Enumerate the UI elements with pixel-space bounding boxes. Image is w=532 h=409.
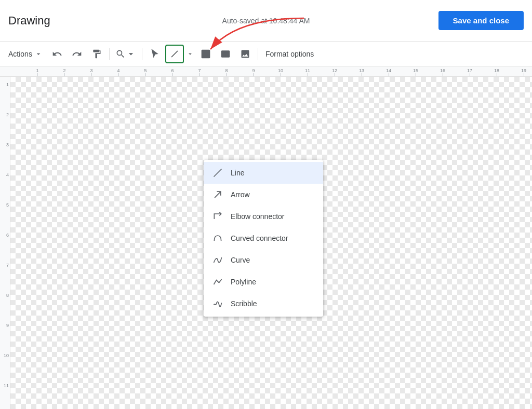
ruler-tick-h-9: 9 [252,68,255,76]
ruler-tick-v-11: 11 [4,383,9,388]
line-tool-dropdown-button[interactable] [185,45,195,63]
ruler-tick-v-4: 4 [6,172,9,178]
ruler-tick-h-2: 2 [63,68,65,76]
undo-icon [52,49,62,59]
ruler-tick-h-10: 10 [278,68,283,76]
horizontal-ruler: 12345678910111213141516171819 [0,66,532,77]
line-icon [170,49,179,59]
ruler-tick-h-4: 4 [117,68,119,76]
ruler-tick-h-16: 16 [440,68,445,76]
redo-button[interactable] [68,45,86,63]
menu-item-curved[interactable]: Curved connector [204,227,323,249]
ruler-tick-v-10: 10 [4,353,9,358]
zoom-icon [115,49,126,59]
app-title: Drawing [8,14,50,28]
ruler-tick-h-15: 15 [413,68,418,76]
ruler-tick-h-17: 17 [467,68,472,76]
zoom-chevron-icon [126,49,136,59]
save-close-button[interactable]: Save and close [438,11,524,30]
ruler-tick-h-14: 14 [386,68,391,76]
paint-format-icon [91,49,102,59]
menu-item-curve[interactable]: Curve [204,249,323,271]
chevron-down-icon [34,50,43,58]
line-icon [212,167,223,179]
menu-item-label-scribble: Scribble [231,299,257,308]
separator-1 [109,48,110,60]
separator-2 [142,48,142,60]
textbox-icon [220,49,231,59]
ruler-tick-h-19: 19 [521,68,526,76]
actions-label: Actions [8,50,32,58]
menu-item-label-curve: Curve [231,256,250,264]
ruler-tick-h-3: 3 [90,68,92,76]
ruler-tick-v-3: 3 [6,142,9,147]
ruler-tick-h-1: 1 [36,68,38,76]
drawing-canvas[interactable]: LineArrowElbow connectorCurved connector… [10,77,532,409]
menu-item-label-polyline: Polyline [231,278,256,286]
ruler-tick-v-6: 6 [6,233,9,238]
ruler-tick-v-7: 7 [6,263,9,268]
menu-item-label-line: Line [231,169,244,177]
textbox-tool-button[interactable] [216,45,235,63]
menu-item-scribble[interactable]: Scribble [204,293,323,315]
ruler-tick-h-18: 18 [494,68,499,76]
shape-icon [201,49,211,59]
canvas-area: 1234567891011 LineArrowElbow connectorCu… [0,77,532,409]
arrow-icon [212,189,223,200]
format-options-label: Format options [265,50,314,58]
toolbar: Actions Format [0,42,532,66]
ruler-tick-h-13: 13 [359,68,364,76]
ruler-tick-v-9: 9 [6,323,9,328]
cursor-icon [150,49,160,59]
menu-item-label-arrow: Arrow [231,190,250,199]
redo-icon [72,49,82,59]
menu-item-arrow[interactable]: Arrow [204,184,323,206]
menu-item-label-elbow: Elbow connector [231,212,285,221]
ruler-tick-h-7: 7 [198,68,201,76]
ruler-tick-container: 12345678910111213141516171819 [10,66,532,76]
menu-item-elbow[interactable]: Elbow connector [204,206,323,227]
scribble-icon [212,298,223,309]
curved-icon [212,233,223,244]
header: Drawing Auto-saved at 10:48:44 AM Save a… [0,0,532,42]
undo-button[interactable] [48,45,66,63]
menu-item-line[interactable]: Line [204,162,323,184]
ruler-tick-v-8: 8 [6,293,9,298]
line-tool-button[interactable] [165,45,184,63]
ruler-tick-h-12: 12 [332,68,337,76]
ruler-tick-v-5: 5 [6,202,9,208]
svg-line-4 [214,169,222,177]
svg-line-1 [171,51,178,57]
ruler-tick-h-6: 6 [171,68,174,76]
separator-3 [258,48,258,60]
curve-icon [212,254,223,266]
autosave-status: Auto-saved at 10:48:44 AM [222,17,310,25]
polyline-icon [212,276,223,288]
shape-tool-button[interactable] [196,45,215,63]
zoom-button[interactable] [113,45,139,63]
svg-rect-2 [202,50,209,58]
image-icon [240,49,250,59]
line-dropdown-chevron-icon [187,50,194,58]
menu-item-label-curved: Curved connector [231,234,288,242]
vertical-ruler: 1234567891011 [0,77,10,409]
format-options-button[interactable]: Format options [261,47,318,61]
select-tool-button[interactable] [145,45,164,63]
paint-format-button[interactable] [87,45,106,63]
ruler-tick-h-11: 11 [305,68,310,76]
ruler-tick-v-1: 1 [6,82,9,87]
svg-line-5 [215,192,221,198]
ruler-tick-h-8: 8 [225,68,228,76]
actions-menu-button[interactable]: Actions [4,47,47,61]
elbow-icon [212,211,223,222]
line-type-dropdown: LineArrowElbow connectorCurved connector… [204,160,323,317]
ruler-tick-v-2: 2 [6,112,9,117]
ruler-tick-h-5: 5 [144,68,147,76]
image-tool-button[interactable] [236,45,255,63]
menu-item-polyline[interactable]: Polyline [204,271,323,293]
